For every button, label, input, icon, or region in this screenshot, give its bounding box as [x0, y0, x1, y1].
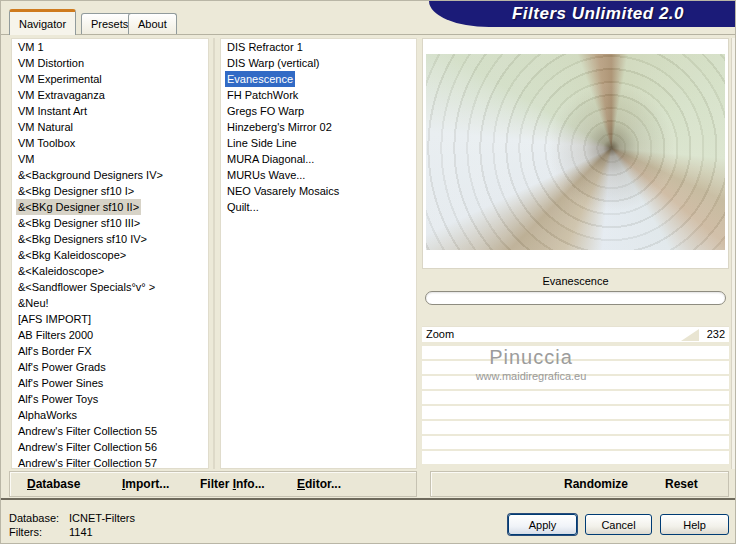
- category-list[interactable]: VM 1VM DistortionVM ExperimentalVM Extra…: [11, 38, 209, 469]
- filter-item[interactable]: Hinzeberg's Mirror 02: [221, 119, 416, 135]
- empty-parameter-row: [422, 346, 729, 359]
- filter-item[interactable]: Gregs FO Warp: [221, 103, 416, 119]
- category-item-label: Alf's Power Toys: [16, 391, 100, 407]
- toolbar-right: Randomize Reset: [430, 471, 729, 497]
- category-item[interactable]: VM: [12, 151, 208, 167]
- filter-item-label: Line Side Line: [225, 135, 299, 151]
- filter-item-label: Quilt...: [225, 199, 261, 215]
- category-item-label: VM Distortion: [16, 55, 86, 71]
- category-item[interactable]: Andrew's Filter Collection 56: [12, 439, 208, 455]
- category-item[interactable]: &Neu!: [12, 295, 208, 311]
- category-item[interactable]: &<Background Designers IV>: [12, 167, 208, 183]
- filters-unlimited-window: Filters Unlimited 2.0 Navigator Presets …: [0, 0, 736, 544]
- category-item[interactable]: Andrew's Filter Collection 55: [12, 423, 208, 439]
- category-item-label: VM Instant Art: [16, 103, 89, 119]
- category-item[interactable]: AB Filters 2000: [12, 327, 208, 343]
- filter-item-label: DIS Warp (vertical): [225, 55, 322, 71]
- category-item-label: &<BKg Designer sf10 II>: [16, 199, 141, 215]
- selected-filter-name: Evanescence: [422, 275, 729, 287]
- filter-item-label: Hinzeberg's Mirror 02: [225, 119, 334, 135]
- category-item[interactable]: [AFS IMPORT]: [12, 311, 208, 327]
- category-item-label: AB Filters 2000: [16, 327, 95, 343]
- filter-progress-bar: [425, 291, 726, 305]
- category-item[interactable]: VM Experimental: [12, 71, 208, 87]
- reset-button[interactable]: Reset: [665, 477, 698, 491]
- empty-parameter-row: [422, 376, 729, 389]
- category-item-label: VM Experimental: [16, 71, 104, 87]
- tab-presets-label: Presets: [91, 18, 128, 30]
- category-item[interactable]: Alf's Power Toys: [12, 391, 208, 407]
- category-item-label: &<Bkg Designer sf10 III>: [16, 215, 142, 231]
- toolbar-left: Database Import... Filter Info... Editor…: [9, 471, 417, 497]
- filter-item[interactable]: NEO Vasarely Mosaics: [221, 183, 416, 199]
- import-button[interactable]: Import...: [122, 477, 169, 491]
- bottom-separator: [1, 498, 736, 500]
- filter-item[interactable]: Line Side Line: [221, 135, 416, 151]
- empty-parameter-row: [422, 421, 729, 434]
- apply-button[interactable]: Apply: [508, 514, 577, 535]
- category-item[interactable]: &<BKg Designer sf10 II>: [12, 199, 208, 215]
- category-item[interactable]: &<Bkg Designer sf10 I>: [12, 183, 208, 199]
- category-item-label: Alf's Power Grads: [16, 359, 108, 375]
- filters-count-value: 1141: [69, 526, 93, 538]
- empty-parameter-row: [422, 451, 729, 464]
- category-item[interactable]: &<Sandflower Specials°v° >: [12, 279, 208, 295]
- category-item[interactable]: &<Bkg Designers sf10 IV>: [12, 231, 208, 247]
- category-item[interactable]: AlphaWorks: [12, 407, 208, 423]
- filter-item[interactable]: Quilt...: [221, 199, 416, 215]
- category-item-label: &<Bkg Designers sf10 IV>: [16, 231, 149, 247]
- filter-item[interactable]: FH PatchWork: [221, 87, 416, 103]
- tab-navigator[interactable]: Navigator: [9, 9, 76, 35]
- category-item[interactable]: VM Instant Art: [12, 103, 208, 119]
- params-scrollbar[interactable]: [731, 38, 736, 469]
- category-item-label: [AFS IMPORT]: [16, 311, 93, 327]
- database-rest: atabase: [36, 477, 81, 491]
- category-item-label: AlphaWorks: [16, 407, 79, 423]
- category-item[interactable]: VM Extravaganza: [12, 87, 208, 103]
- tab-navigator-label: Navigator: [19, 18, 66, 30]
- cancel-button[interactable]: Cancel: [585, 514, 652, 535]
- editor-rest: ditor...: [305, 477, 341, 491]
- filter-list[interactable]: DIS Refractor 1DIS Warp (vertical)Evanes…: [220, 38, 417, 469]
- filter-item[interactable]: DIS Warp (vertical): [221, 55, 416, 71]
- filter-item-label: MURA Diagonal...: [225, 151, 316, 167]
- filter-item[interactable]: DIS Refractor 1: [221, 39, 416, 55]
- filter-item[interactable]: Evanescence: [221, 71, 416, 87]
- category-item[interactable]: VM 1: [12, 39, 208, 55]
- category-item[interactable]: Andrew's Filter Collection 57: [12, 455, 208, 469]
- filter-item-label: NEO Vasarely Mosaics: [225, 183, 341, 199]
- filter-item[interactable]: MURUs Wave...: [221, 167, 416, 183]
- category-item-label: VM Extravaganza: [16, 87, 107, 103]
- category-item[interactable]: Alf's Border FX: [12, 343, 208, 359]
- category-item[interactable]: VM Toolbox: [12, 135, 208, 151]
- filter-item-label: FH PatchWork: [225, 87, 300, 103]
- zoom-slider-label: Zoom: [426, 328, 454, 340]
- zoom-slider-value: 232: [707, 328, 725, 340]
- filter-item[interactable]: MURA Diagonal...: [221, 151, 416, 167]
- category-item[interactable]: &<Kaleidoscope>: [12, 263, 208, 279]
- category-item-label: &<Sandflower Specials°v° >: [16, 279, 157, 295]
- category-item-label: Alf's Power Sines: [16, 375, 105, 391]
- tab-about[interactable]: About: [128, 13, 177, 34]
- database-button[interactable]: Database: [27, 477, 80, 491]
- filter-info-button[interactable]: Filter Info...: [200, 477, 265, 491]
- category-item[interactable]: VM Distortion: [12, 55, 208, 71]
- category-item[interactable]: &<Bkg Designer sf10 III>: [12, 215, 208, 231]
- randomize-button[interactable]: Randomize: [564, 477, 628, 491]
- zoom-slider[interactable]: Zoom 232: [422, 326, 729, 342]
- database-accel: D: [27, 477, 36, 491]
- category-item[interactable]: VM Natural: [12, 119, 208, 135]
- parameter-rows: [422, 346, 729, 464]
- category-item-label: Alf's Border FX: [16, 343, 94, 359]
- category-item-label: VM 1: [16, 39, 46, 55]
- category-item[interactable]: Alf's Power Grads: [12, 359, 208, 375]
- category-item-label: Andrew's Filter Collection 57: [16, 455, 159, 469]
- editor-accel: E: [297, 477, 305, 491]
- category-item[interactable]: Alf's Power Sines: [12, 375, 208, 391]
- preview-panel: [422, 38, 729, 269]
- category-item-label: VM Toolbox: [16, 135, 77, 151]
- tab-baseline: [1, 34, 736, 35]
- help-button[interactable]: Help: [660, 514, 729, 535]
- editor-button[interactable]: Editor...: [297, 477, 341, 491]
- category-item[interactable]: &<Bkg Kaleidoscope>: [12, 247, 208, 263]
